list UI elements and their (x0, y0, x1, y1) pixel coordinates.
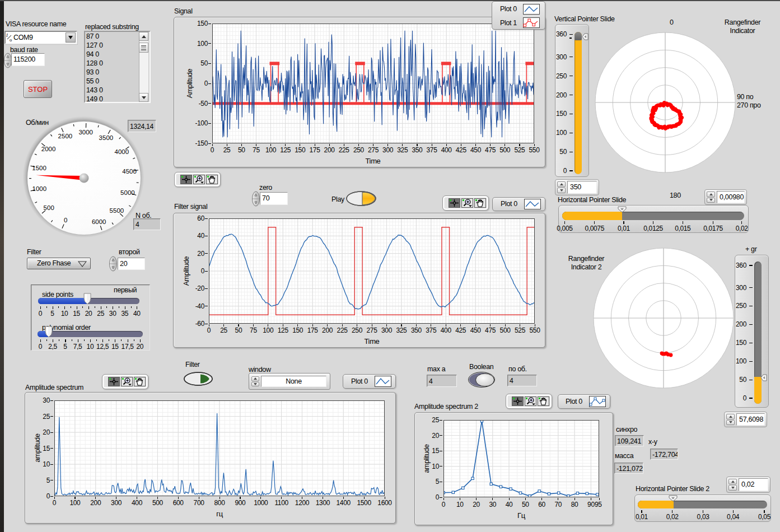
svg-text:3500: 3500 (99, 134, 114, 141)
svg-text:3000: 3000 (78, 129, 93, 136)
svg-text:0: 0 (64, 217, 67, 223)
svg-text:o: o (10, 37, 12, 43)
svg-text:5000: 5000 (120, 189, 135, 196)
svg-text:500: 500 (44, 204, 54, 211)
svg-text:5500: 5500 (110, 207, 124, 214)
svg-text:4500: 4500 (122, 168, 137, 175)
svg-text:2500: 2500 (58, 133, 73, 139)
svg-text:1000: 1000 (32, 185, 47, 192)
svg-text:2000: 2000 (41, 146, 56, 152)
svg-text:1500: 1500 (32, 165, 46, 171)
svg-text:4000: 4000 (115, 148, 129, 155)
svg-text:6000: 6000 (92, 218, 106, 225)
